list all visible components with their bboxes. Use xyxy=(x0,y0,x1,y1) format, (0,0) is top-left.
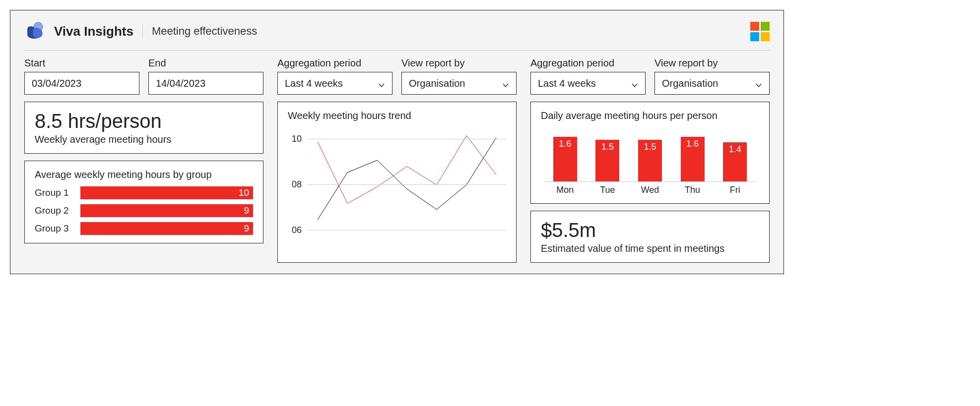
group-row: Group 29 xyxy=(35,204,253,217)
column-left: Start 03/04/2023 End 14/04/2023 8.5 hrs/… xyxy=(24,58,263,263)
daily-bar-value: 1.6 xyxy=(559,139,571,149)
daily-bar-label: Mon xyxy=(552,185,578,195)
group-label: Group 2 xyxy=(35,205,74,216)
daily-bar-chart: 1.61.51.51.61.4 xyxy=(544,127,756,182)
start-date-control: Start 03/04/2023 xyxy=(24,58,139,95)
aggregation-label-mid: Aggregation period xyxy=(277,58,392,69)
chevron-down-icon xyxy=(755,80,762,87)
dashboard-panel: Viva Insights Meeting effectiveness Star… xyxy=(10,10,784,274)
view-by-dropdown-right[interactable]: Organisation xyxy=(654,72,770,95)
daily-bar-value: 1.4 xyxy=(729,144,741,155)
daily-hours-title: Daily average meeting hours per person xyxy=(541,110,759,121)
header-left: Viva Insights Meeting effectiveness xyxy=(24,21,257,41)
group-bar-value: 9 xyxy=(244,223,249,234)
chevron-down-icon xyxy=(378,80,385,87)
header-divider xyxy=(142,24,143,39)
daily-bar-label: Fri xyxy=(722,185,748,195)
daily-bar-rect: 1.6 xyxy=(681,137,705,181)
daily-bar-label: Wed xyxy=(637,185,663,195)
daily-bar-label: Thu xyxy=(680,185,706,195)
view-by-control-mid: View report by Organisation xyxy=(401,58,517,95)
trend-title: Weekly meeting hours trend xyxy=(288,110,506,121)
column-middle: Aggregation period Last 4 weeks View rep… xyxy=(277,58,517,263)
chevron-down-icon xyxy=(502,80,509,87)
daily-bar-rect: 1.5 xyxy=(638,140,662,181)
start-date-label: Start xyxy=(24,58,139,69)
weekly-average-value: 8.5 hrs/person xyxy=(35,110,253,132)
group-bars-container: Group 110Group 29Group 39 xyxy=(35,186,253,235)
viva-insights-logo-icon xyxy=(24,21,47,41)
group-label: Group 1 xyxy=(35,187,74,198)
aggregation-dropdown-mid[interactable]: Last 4 weeks xyxy=(277,72,392,95)
daily-bar-labels: MonTueWedThuFri xyxy=(544,185,756,195)
daily-bar-item: 1.6 xyxy=(680,137,706,181)
daily-bar-rect: 1.4 xyxy=(723,142,747,181)
view-by-label-right: View report by xyxy=(654,58,770,69)
columns: Start 03/04/2023 End 14/04/2023 8.5 hrs/… xyxy=(24,58,770,263)
value-amount: $5.5m xyxy=(541,219,759,241)
weekly-average-subtitle: Weekly average meeting hours xyxy=(35,134,253,145)
end-date-label: End xyxy=(148,58,263,69)
daily-bar-item: 1.4 xyxy=(722,142,748,181)
aggregation-control-mid: Aggregation period Last 4 weeks xyxy=(277,58,392,95)
start-date-value: 03/04/2023 xyxy=(32,78,81,89)
daily-bar-item: 1.6 xyxy=(552,137,578,181)
group-hours-card: Average weekly meeting hours by group Gr… xyxy=(24,161,263,243)
end-date-control: End 14/04/2023 xyxy=(148,58,263,95)
daily-bar-value: 1.6 xyxy=(686,139,699,149)
ytick-08: 08 xyxy=(292,179,302,190)
page-subtitle: Meeting effectiveness xyxy=(152,25,257,38)
group-hours-title: Average weekly meeting hours by group xyxy=(35,169,253,180)
end-date-value: 14/04/2023 xyxy=(156,78,205,89)
daily-bar-rect: 1.6 xyxy=(553,137,577,181)
daily-bar-value: 1.5 xyxy=(644,142,656,152)
aggregation-control-right: Aggregation period Last 4 weeks xyxy=(530,58,646,95)
microsoft-logo-icon xyxy=(750,22,770,41)
aggregation-value-mid: Last 4 weeks xyxy=(285,78,343,89)
group-bar: 10 xyxy=(80,186,253,199)
group-bar: 9 xyxy=(80,204,253,217)
end-date-input[interactable]: 14/04/2023 xyxy=(148,72,263,95)
view-by-label-mid: View report by xyxy=(401,58,517,69)
ytick-10: 10 xyxy=(292,134,302,144)
trend-chart: 10 08 06 xyxy=(288,127,506,241)
view-by-dropdown-mid[interactable]: Organisation xyxy=(401,72,517,95)
daily-bar-value: 1.5 xyxy=(601,142,614,152)
chevron-down-icon xyxy=(631,80,638,87)
group-bar-value: 10 xyxy=(239,187,249,198)
trend-yaxis: 10 08 06 xyxy=(288,127,305,241)
header: Viva Insights Meeting effectiveness xyxy=(24,21,770,51)
aggregation-label-right: Aggregation period xyxy=(530,58,646,69)
daily-bar-item: 1.5 xyxy=(594,140,620,181)
weekly-average-card: 8.5 hrs/person Weekly average meeting ho… xyxy=(24,102,263,154)
daily-hours-card: Daily average meeting hours per person 1… xyxy=(530,102,770,204)
column-right: Aggregation period Last 4 weeks View rep… xyxy=(530,58,770,263)
aggregation-value-right: Last 4 weeks xyxy=(538,78,596,89)
start-date-input[interactable]: 03/04/2023 xyxy=(24,72,139,95)
daily-bar-item: 1.5 xyxy=(637,140,663,181)
group-label: Group 3 xyxy=(35,223,74,234)
trend-plot-area xyxy=(308,127,506,241)
view-by-value-mid: Organisation xyxy=(409,78,465,89)
daily-bar-label: Tue xyxy=(594,185,620,195)
aggregation-dropdown-right[interactable]: Last 4 weeks xyxy=(530,72,646,95)
ytick-06: 06 xyxy=(292,225,302,235)
value-card: $5.5m Estimated value of time spent in m… xyxy=(530,211,770,263)
group-row: Group 39 xyxy=(35,222,253,235)
daily-bar-rect: 1.5 xyxy=(595,140,619,181)
view-by-control-right: View report by Organisation xyxy=(654,58,770,95)
view-by-value-right: Organisation xyxy=(662,78,718,89)
middle-controls: Aggregation period Last 4 weeks View rep… xyxy=(277,58,517,95)
title-block: Viva Insights Meeting effectiveness xyxy=(54,24,257,39)
value-subtitle: Estimated value of time spent in meeting… xyxy=(541,243,759,254)
trend-card: Weekly meeting hours trend 10 08 06 xyxy=(277,102,517,263)
group-bar-value: 9 xyxy=(244,205,249,216)
app-title: Viva Insights xyxy=(54,24,133,39)
group-bar: 9 xyxy=(80,222,253,235)
right-controls: Aggregation period Last 4 weeks View rep… xyxy=(530,58,770,95)
date-range-row: Start 03/04/2023 End 14/04/2023 xyxy=(24,58,263,95)
group-row: Group 110 xyxy=(35,186,253,199)
